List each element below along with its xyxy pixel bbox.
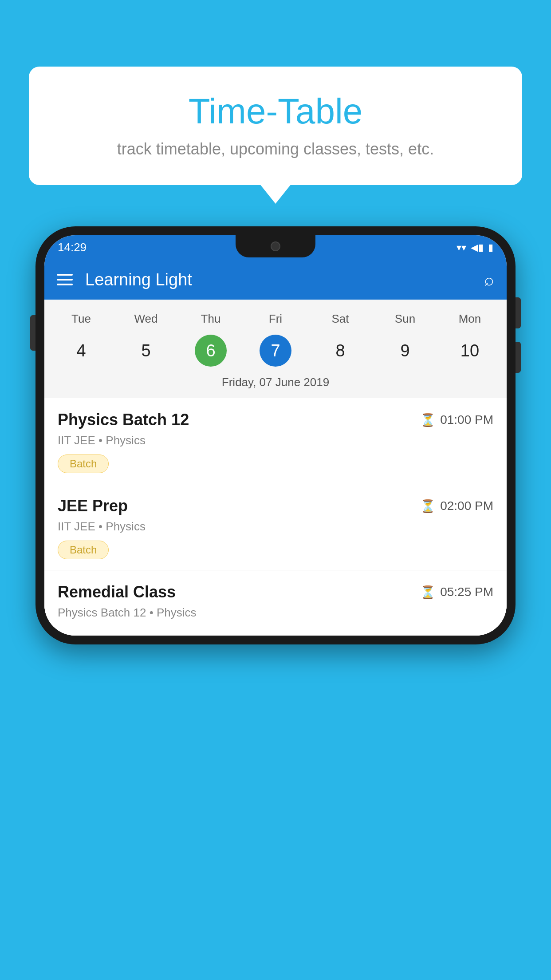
schedule-item-1[interactable]: Physics Batch 12 ⏳ 01:00 PM IIT JEE • Ph… [44, 398, 507, 484]
status-time: 14:29 [58, 241, 87, 254]
hamburger-menu-button[interactable] [57, 274, 73, 285]
date-4[interactable]: 4 [49, 333, 114, 368]
front-camera [271, 241, 280, 251]
phone-mockup: 14:29 ▾▾ ◀▮ ▮ Learning Light ⌕ [35, 226, 516, 644]
item-3-time-value: 05:25 PM [440, 585, 493, 599]
item-2-title: JEE Prep [58, 497, 128, 515]
item-2-header: JEE Prep ⏳ 02:00 PM [58, 497, 493, 515]
volume-down-button [516, 342, 521, 373]
clock-icon-1: ⏳ [420, 413, 436, 427]
battery-icon: ▮ [488, 242, 493, 253]
day-mon[interactable]: Mon [437, 308, 502, 329]
hamburger-line-1 [57, 274, 73, 276]
item-3-subtitle: Physics Batch 12 • Physics [58, 606, 493, 620]
power-button [516, 297, 521, 328]
hamburger-line-3 [57, 284, 73, 285]
day-thu[interactable]: Thu [178, 308, 243, 329]
phone-frame: 14:29 ▾▾ ◀▮ ▮ Learning Light ⌕ [35, 226, 516, 644]
day-sun[interactable]: Sun [373, 308, 437, 329]
item-1-header: Physics Batch 12 ⏳ 01:00 PM [58, 411, 493, 429]
item-1-badge: Batch [58, 454, 109, 473]
date-9[interactable]: 9 [373, 333, 437, 368]
wifi-icon: ▾▾ [457, 242, 466, 253]
app-title: Learning Light [85, 270, 472, 289]
status-icons: ▾▾ ◀▮ ▮ [457, 242, 493, 253]
item-1-time-value: 01:00 PM [440, 413, 493, 427]
schedule-item-2[interactable]: JEE Prep ⏳ 02:00 PM IIT JEE • Physics Ba… [44, 484, 507, 570]
day-tue[interactable]: Tue [49, 308, 114, 329]
phone-screen: 14:29 ▾▾ ◀▮ ▮ Learning Light ⌕ [44, 235, 507, 636]
search-icon[interactable]: ⌕ [484, 270, 494, 289]
date-7[interactable]: 7 [243, 333, 308, 368]
item-3-header: Remedial Class ⏳ 05:25 PM [58, 583, 493, 601]
phone-notch [236, 235, 315, 257]
date-6[interactable]: 6 [178, 333, 243, 368]
signal-icon: ◀▮ [471, 242, 484, 253]
hamburger-line-2 [57, 279, 73, 281]
item-2-subtitle: IIT JEE • Physics [58, 520, 493, 533]
app-bar: Learning Light ⌕ [44, 260, 507, 300]
speech-bubble: Time-Table track timetable, upcoming cla… [29, 67, 522, 185]
clock-icon-2: ⏳ [420, 499, 436, 514]
day-sat[interactable]: Sat [308, 308, 373, 329]
selected-date-label: Friday, 07 June 2019 [44, 368, 507, 398]
item-1-title: Physics Batch 12 [58, 411, 189, 429]
item-3-time: ⏳ 05:25 PM [420, 585, 493, 600]
date-10[interactable]: 10 [437, 333, 502, 368]
dates-row: 4 5 6 7 8 9 10 [44, 333, 507, 368]
bubble-subtitle: track timetable, upcoming classes, tests… [55, 140, 496, 158]
item-1-subtitle: IIT JEE • Physics [58, 434, 493, 447]
date-5[interactable]: 5 [114, 333, 178, 368]
item-2-time: ⏳ 02:00 PM [420, 499, 493, 514]
date-8[interactable]: 8 [308, 333, 373, 368]
item-1-time: ⏳ 01:00 PM [420, 413, 493, 427]
item-3-title: Remedial Class [58, 583, 176, 601]
item-2-badge: Batch [58, 541, 109, 559]
schedule-list: Physics Batch 12 ⏳ 01:00 PM IIT JEE • Ph… [44, 398, 507, 636]
calendar-strip: Tue Wed Thu Fri Sat Sun Mon 4 5 6 7 8 9 … [44, 300, 507, 398]
bubble-title: Time-Table [55, 91, 496, 132]
days-row: Tue Wed Thu Fri Sat Sun Mon [44, 308, 507, 329]
schedule-item-3[interactable]: Remedial Class ⏳ 05:25 PM Physics Batch … [44, 570, 507, 636]
speech-bubble-container: Time-Table track timetable, upcoming cla… [29, 67, 522, 185]
volume-button [30, 315, 35, 351]
day-fri[interactable]: Fri [243, 308, 308, 329]
item-2-time-value: 02:00 PM [440, 499, 493, 513]
clock-icon-3: ⏳ [420, 585, 436, 600]
day-wed[interactable]: Wed [114, 308, 178, 329]
